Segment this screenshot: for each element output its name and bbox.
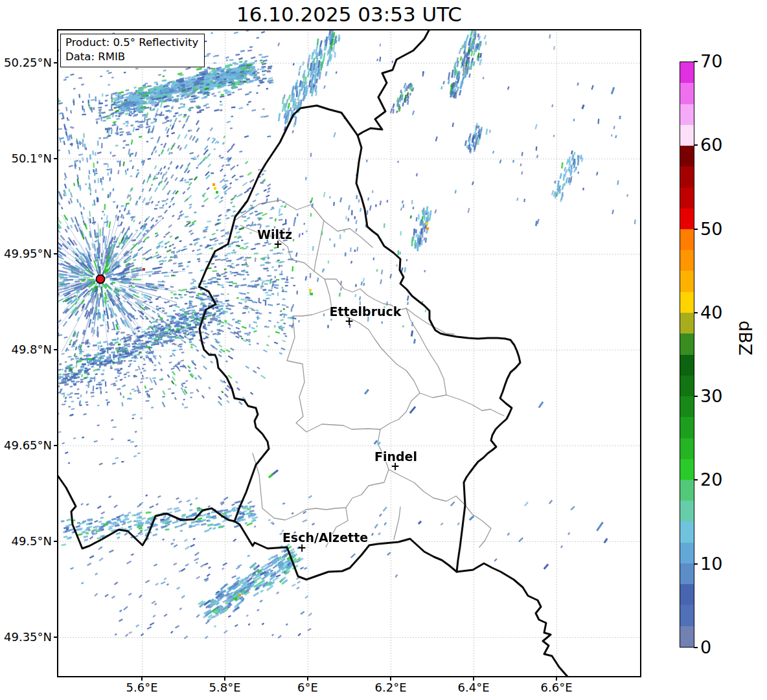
- lon-tick-mark: [141, 677, 143, 681]
- product-line: Product: 0.5° Reflectivity: [65, 36, 198, 50]
- colorbar-tick-mark: [694, 647, 698, 648]
- colorbar-tick-mark: [694, 144, 698, 146]
- product-info-box: Product: 0.5° Reflectivity Data: RMIB: [60, 34, 205, 67]
- city-marker-icon: +: [273, 239, 282, 250]
- lon-tick-mark: [473, 677, 474, 681]
- lon-tick-label: 6.6°E: [521, 681, 592, 695]
- lon-tick-mark: [224, 677, 225, 681]
- city-label-esch-alzette: Esch/Alzette: [282, 530, 368, 545]
- lat-tick-mark: [54, 541, 57, 542]
- lat-tick-label: 49.95°N: [0, 247, 52, 261]
- city-marker-icon: +: [297, 543, 306, 554]
- data-source-line: Data: RMIB: [65, 50, 198, 64]
- colorbar-tick-label: 0: [700, 637, 746, 658]
- radar-map-canvas: [57, 29, 641, 677]
- city-marker-icon: +: [345, 316, 354, 327]
- lat-tick-mark: [54, 253, 57, 254]
- radar-figure: 16.10.2025 03:53 UTC Product: 0.5° Refle…: [0, 0, 767, 700]
- lat-tick-label: 49.5°N: [0, 534, 52, 548]
- colorbar-tick-mark: [694, 396, 698, 397]
- lon-tick-mark: [307, 677, 308, 681]
- colorbar-tick-mark: [694, 563, 698, 565]
- lat-tick-mark: [54, 349, 57, 350]
- lat-tick-label: 49.35°N: [0, 630, 52, 644]
- map-plot: Product: 0.5° Reflectivity Data: RMIB Wi…: [57, 29, 641, 677]
- lat-tick-mark: [54, 637, 57, 638]
- colorbar-gradient: [680, 62, 694, 648]
- lat-tick-label: 50.1°N: [0, 152, 52, 166]
- colorbar-tick-label: 70: [700, 51, 746, 72]
- colorbar-tick-label: 50: [700, 219, 746, 240]
- colorbar-unit-label: dBZ: [735, 321, 755, 356]
- colorbar-tick-label: 60: [700, 135, 746, 155]
- colorbar-tick-mark: [694, 61, 698, 62]
- lat-tick-label: 50.25°N: [0, 56, 52, 70]
- colorbar-tick-label: 30: [700, 386, 746, 407]
- city-marker-icon: +: [391, 461, 400, 472]
- colorbar-tick-label: 10: [700, 554, 746, 574]
- lon-tick-label: 5.6°E: [106, 681, 177, 695]
- lat-tick-label: 49.8°N: [0, 343, 52, 357]
- figure-title: 16.10.2025 03:53 UTC: [57, 3, 641, 26]
- lat-tick-label: 49.65°N: [0, 438, 52, 453]
- lon-tick-label: 6.4°E: [438, 681, 509, 695]
- lat-tick-mark: [54, 158, 57, 159]
- lon-tick-label: 6°E: [272, 681, 343, 695]
- lon-tick-label: 5.8°E: [189, 681, 260, 695]
- lon-tick-mark: [556, 677, 557, 681]
- lon-tick-label: 6.2°E: [355, 681, 426, 695]
- colorbar-tick-mark: [694, 479, 698, 480]
- lon-tick-mark: [390, 677, 391, 681]
- lat-tick-mark: [54, 445, 57, 446]
- colorbar-tick-mark: [694, 312, 698, 313]
- colorbar-tick-mark: [694, 229, 698, 230]
- colorbar-tick-label: 20: [700, 469, 746, 490]
- lat-tick-mark: [54, 62, 57, 63]
- city-label-ettelbruck: Ettelbruck: [330, 304, 402, 319]
